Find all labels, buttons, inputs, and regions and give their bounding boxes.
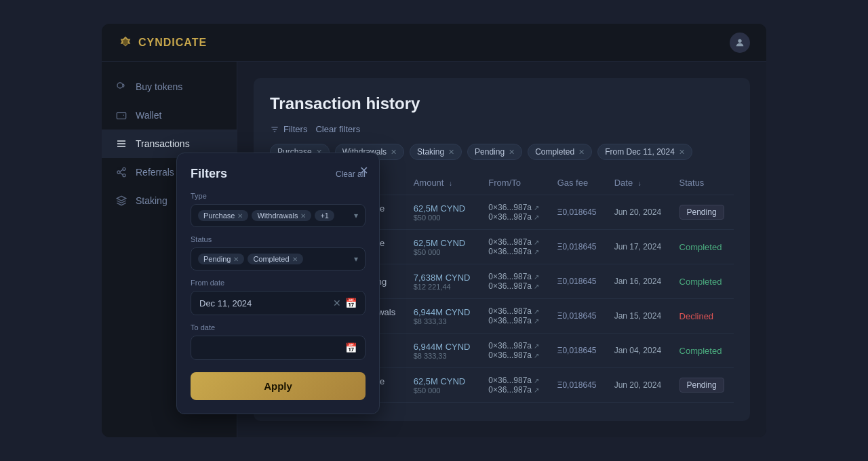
amount-cell: 6,944M CYND $8 333,33 — [406, 334, 481, 368]
amount-cell: 6,944M CYND $8 333,33 — [406, 299, 481, 334]
type-chips: Purchase ✕ Withdrawals ✕ +1 — [198, 210, 354, 221]
from-ext-icon[interactable]: ↗ — [534, 342, 539, 350]
from-date-field[interactable]: ✕ 📅 — [191, 291, 366, 315]
status-chips: Pending ✕ Completed ✕ — [198, 254, 354, 264]
status-chip-pending: Pending ✕ — [198, 254, 244, 264]
from-to-cell: 0×36...987a ↗ 0×36...987a ↗ — [480, 195, 549, 230]
status-multi-select[interactable]: Pending ✕ Completed ✕ ▾ — [191, 247, 366, 270]
to-ext-icon[interactable]: ↗ — [534, 352, 539, 359]
coins-icon — [115, 81, 127, 93]
filters-button[interactable]: Filters — [270, 124, 307, 134]
chip-withdrawals-remove[interactable]: ✕ — [391, 148, 397, 157]
from-date-label: From date — [191, 279, 366, 287]
status-badge: Pending — [679, 378, 724, 393]
from-to-cell: 0×36...987a ↗ 0×36...987a ↗ — [480, 403, 549, 405]
status-badge: Declined — [679, 311, 714, 321]
type-chip-purchase-remove[interactable]: ✕ — [237, 212, 243, 220]
to-date-input[interactable] — [199, 343, 345, 353]
svg-point-7 — [117, 171, 120, 174]
share-icon — [115, 166, 127, 178]
modal-close-button[interactable]: ✕ — [359, 164, 368, 177]
chip-from-date: From Dec 11, 2024 ✕ — [597, 144, 692, 160]
chip-pending-remove[interactable]: ✕ — [509, 148, 515, 157]
clear-date-icon[interactable]: ✕ — [333, 298, 341, 308]
to-ext-icon[interactable]: ↗ — [534, 248, 539, 256]
amount-cell: 62,5M CYND $50 000 — [406, 368, 481, 403]
sidebar-item-buy-tokens[interactable]: Buy tokens — [102, 73, 237, 101]
gas-fee-cell: Ξ0,018645 — [549, 403, 606, 405]
svg-line-10 — [120, 173, 123, 175]
from-to-cell: 0×36...987a ↗ 0×36...987a ↗ — [480, 230, 549, 264]
staking-icon — [115, 195, 127, 207]
from-ext-icon[interactable]: ↗ — [534, 239, 539, 246]
calendar-icon[interactable]: 📅 — [345, 298, 357, 308]
amount-cell: 62,5M CYND $50 000 — [406, 403, 481, 405]
svg-rect-2 — [117, 113, 125, 119]
sidebar-label-buy-tokens: Buy tokens — [136, 81, 182, 92]
chip-completed: Completed ✕ — [528, 144, 592, 160]
to-ext-icon[interactable]: ↗ — [534, 214, 539, 221]
sidebar-label-staking: Staking — [136, 195, 167, 206]
clear-filters-button[interactable]: Clear filters — [315, 124, 360, 134]
status-cell: Pending — [671, 368, 734, 403]
svg-marker-11 — [117, 196, 125, 201]
status-badge: Completed — [679, 346, 722, 356]
app-window: CYNDICATE Buy tokens — [102, 24, 766, 437]
from-to-cell: 0×36...987a ↗ 0×36...987a ↗ — [480, 334, 549, 368]
date-cell: Jun 17, 2024 — [606, 403, 671, 405]
from-to-cell: 0×36...987a ↗ 0×36...987a ↗ — [480, 368, 549, 403]
svg-point-0 — [738, 39, 741, 42]
from-ext-icon[interactable]: ↗ — [534, 204, 539, 212]
status-cell: Completed — [671, 230, 734, 264]
filters-bar: Filters Clear filters — [270, 124, 734, 134]
from-ext-icon[interactable]: ↗ — [534, 273, 539, 281]
col-gas: Gas fee — [549, 171, 606, 195]
to-ext-icon[interactable]: ↗ — [534, 317, 539, 325]
gas-fee-cell: Ξ0,018645 — [549, 368, 606, 403]
apply-button[interactable]: Apply — [191, 372, 366, 400]
to-ext-icon[interactable]: ↗ — [534, 386, 539, 394]
type-chip-more: +1 — [315, 210, 334, 221]
wallet-icon — [115, 109, 127, 121]
date-cell: Jan 15, 2024 — [606, 299, 671, 334]
gas-fee-cell: Ξ0,018645 — [549, 299, 606, 334]
col-amount[interactable]: Amount ↓ — [406, 171, 481, 195]
to-calendar-icon[interactable]: 📅 — [345, 342, 357, 353]
status-badge: Completed — [679, 242, 722, 252]
col-from-to: From/To — [480, 171, 549, 195]
status-chip-completed-remove[interactable]: ✕ — [292, 256, 298, 263]
status-cell: Pending — [671, 195, 734, 230]
amount-cell: 62,5M CYND $50 000 — [406, 195, 481, 230]
svg-point-6 — [123, 167, 125, 170]
chip-pending: Pending ✕ — [467, 144, 522, 160]
chip-staking-remove[interactable]: ✕ — [448, 148, 454, 157]
status-chevron-icon: ▾ — [354, 254, 358, 264]
from-date-input[interactable] — [199, 298, 333, 308]
from-to-cell: 0×36...987a ↗ 0×36...987a ↗ — [480, 299, 549, 334]
from-ext-icon[interactable]: ↗ — [534, 377, 539, 384]
type-multi-select[interactable]: Purchase ✕ Withdrawals ✕ +1 ▾ — [191, 204, 366, 227]
gas-fee-cell: Ξ0,018645 — [549, 195, 606, 230]
logo: CYNDICATE — [118, 35, 207, 50]
gas-fee-cell: Ξ0,018645 — [549, 264, 606, 299]
app-header: CYNDICATE — [102, 24, 766, 62]
col-status: Status — [671, 171, 734, 195]
svg-line-9 — [120, 169, 123, 172]
gas-fee-cell: Ξ0,018645 — [549, 334, 606, 368]
type-chevron-icon: ▾ — [354, 211, 358, 220]
list-icon — [115, 138, 127, 150]
sidebar-item-wallet[interactable]: Wallet — [102, 101, 237, 129]
sidebar-label-transactions: Transactions — [136, 138, 190, 149]
chip-completed-remove[interactable]: ✕ — [578, 148, 585, 157]
svg-point-8 — [123, 174, 125, 177]
status-chip-pending-remove[interactable]: ✕ — [233, 256, 239, 263]
chip-date-remove[interactable]: ✕ — [679, 148, 685, 157]
from-ext-icon[interactable]: ↗ — [534, 308, 539, 315]
user-avatar[interactable] — [730, 33, 750, 53]
col-date[interactable]: Date ↓ — [606, 171, 671, 195]
to-date-field[interactable]: 📅 — [191, 336, 366, 360]
page-title: Transaction history — [270, 94, 734, 113]
type-chip-withdrawals-remove[interactable]: ✕ — [300, 212, 306, 220]
to-ext-icon[interactable]: ↗ — [534, 283, 539, 290]
status-cell: Declined — [671, 299, 734, 334]
